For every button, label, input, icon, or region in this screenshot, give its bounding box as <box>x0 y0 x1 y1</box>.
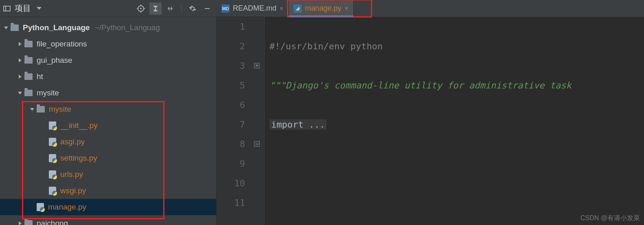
tree-item[interactable]: __init__.py <box>0 117 216 134</box>
chevron-right-icon[interactable] <box>17 42 23 46</box>
tree-label: manage.py <box>48 203 86 212</box>
svg-point-1 <box>140 8 142 9</box>
tree-item[interactable]: mysite <box>0 85 216 101</box>
close-icon[interactable]: × <box>280 5 283 12</box>
folder-icon <box>24 220 33 225</box>
tree-item[interactable]: mysite <box>0 101 216 117</box>
python-file-icon <box>49 138 56 146</box>
toolbar: 项目 MD README.md × manage.py × <box>0 0 644 17</box>
tree-label: mysite <box>49 105 71 114</box>
line-number: 11 <box>217 193 245 213</box>
code-text: #!/usr/bin/env python <box>269 41 383 51</box>
chevron-down-icon[interactable] <box>29 108 35 111</box>
line-number: 9 <box>217 154 245 174</box>
chevron-down-icon[interactable] <box>3 26 9 29</box>
folder-icon <box>37 106 45 112</box>
tree-item[interactable]: urls.py <box>0 166 216 183</box>
tab-label: manage.py <box>305 4 341 13</box>
line-number: 2 <box>217 37 245 56</box>
settings-button[interactable] <box>186 2 199 15</box>
tree-label: ht <box>37 72 43 81</box>
tree-item[interactable]: wsgi.py <box>0 183 216 199</box>
python-file-icon <box>49 121 56 130</box>
close-icon[interactable]: × <box>344 5 348 12</box>
gutter: 123567891011 <box>217 17 252 225</box>
line-number: 6 <box>217 95 245 115</box>
tree-path: ~/Python_Languag <box>95 23 160 32</box>
tree-root[interactable]: Python_Language ~/Python_Languag <box>0 20 216 36</box>
tree-label: gui_phase <box>37 56 72 65</box>
project-tree: Python_Language ~/Python_Languag file_op… <box>0 17 217 225</box>
tab-manage[interactable]: manage.py × <box>289 0 353 17</box>
tree-label: Python_Language <box>23 23 90 32</box>
watermark: CSDN @有请小发菜 <box>580 214 640 223</box>
minus-icon <box>204 5 211 12</box>
chevron-right-icon[interactable] <box>17 221 23 225</box>
fold-expand-icon[interactable]: + <box>254 63 260 68</box>
code-text: import ... <box>269 119 326 130</box>
chevron-right-icon[interactable] <box>17 58 23 62</box>
hide-button[interactable] <box>201 2 213 15</box>
code-text: """ <box>269 80 286 90</box>
tree-label: paichong <box>37 219 68 225</box>
python-file-icon <box>49 170 56 179</box>
tree-label: wsgi.py <box>60 186 86 195</box>
expand-icon[interactable] <box>149 2 162 15</box>
python-file-icon <box>49 187 56 195</box>
tree-item[interactable]: asgi.py <box>0 134 216 150</box>
tab-readme[interactable]: MD README.md × <box>217 0 289 17</box>
tab-label: README.md <box>233 4 276 13</box>
project-toolbar: 项目 <box>0 0 217 17</box>
tree-item[interactable]: manage.py <box>0 199 216 215</box>
tree-item[interactable]: settings.py <box>0 150 216 166</box>
tree-item[interactable]: paichong <box>0 215 216 225</box>
folder-icon <box>24 57 33 64</box>
tree-label: asgi.py <box>60 137 85 146</box>
project-panel-icon <box>3 6 11 11</box>
tree-item[interactable]: gui_phase <box>0 52 216 68</box>
project-label: 项目 <box>15 3 31 14</box>
folder-icon <box>24 90 33 96</box>
tree-label: file_operations <box>37 40 87 49</box>
tree-label: __init__.py <box>60 121 98 130</box>
folder-icon <box>24 73 33 80</box>
line-number: 10 <box>217 174 245 193</box>
fold-column: + − <box>252 17 265 225</box>
folder-icon <box>24 41 33 47</box>
collapse-icon[interactable] <box>164 2 176 15</box>
chevron-down-icon[interactable] <box>37 7 42 10</box>
tree-label: settings.py <box>60 154 97 163</box>
tree-item[interactable]: file_operations <box>0 36 216 52</box>
line-number: 3 <box>217 56 245 76</box>
markdown-icon: MD <box>221 4 230 13</box>
folder-icon <box>11 24 19 31</box>
line-number: 5 <box>217 76 245 95</box>
tree-label: urls.py <box>60 170 83 179</box>
code-text: Django's command-line utility for admini… <box>286 80 572 90</box>
code-editor[interactable]: 123567891011 + − #!/usr/bin/env python "… <box>217 17 644 225</box>
line-number: 7 <box>217 115 245 135</box>
python-icon <box>294 4 302 13</box>
svg-rect-2 <box>205 8 210 9</box>
line-number: 1 <box>217 17 245 37</box>
main: Python_Language ~/Python_Languag file_op… <box>0 17 644 225</box>
locate-icon[interactable] <box>135 2 147 15</box>
gear-icon <box>189 5 196 12</box>
python-file-icon <box>37 203 44 211</box>
line-number: 8 <box>217 135 245 154</box>
fold-collapse-icon[interactable]: − <box>254 141 260 147</box>
divider <box>181 4 182 13</box>
editor-tabs: MD README.md × manage.py × <box>217 0 644 17</box>
tree-label: mysite <box>37 88 59 97</box>
code-area[interactable]: #!/usr/bin/env python """Django's comman… <box>265 17 644 225</box>
chevron-down-icon[interactable] <box>17 92 23 95</box>
chevron-right-icon[interactable] <box>17 75 23 79</box>
tree-item[interactable]: ht <box>0 68 216 85</box>
python-file-icon <box>49 154 56 162</box>
